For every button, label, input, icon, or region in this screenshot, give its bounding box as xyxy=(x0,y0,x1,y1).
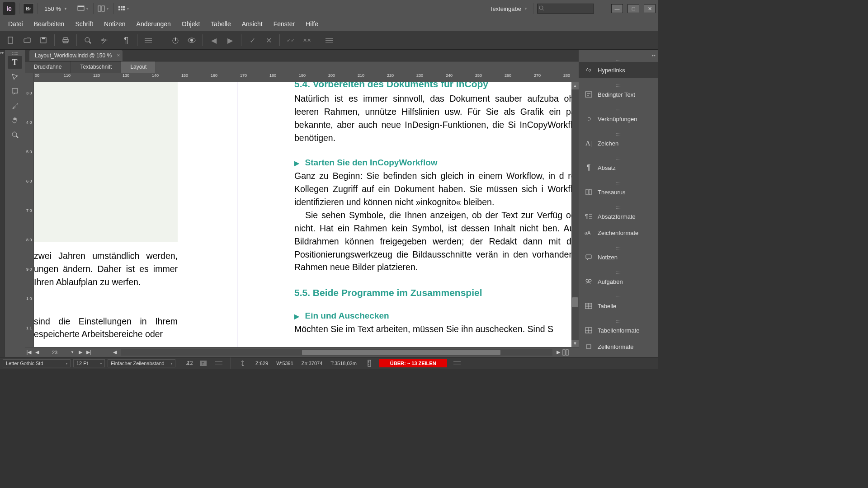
scroll-left-icon[interactable]: ◀ xyxy=(111,349,119,355)
panel-zeichen[interactable]: A|Zeichen xyxy=(579,135,658,151)
menu-ansicht[interactable]: Ansicht xyxy=(236,18,268,30)
screen-mode-icon[interactable] xyxy=(77,3,90,14)
first-page-icon[interactable]: |◀ xyxy=(25,349,33,355)
fraction-icon[interactable]: 1̸2 xyxy=(184,357,195,369)
depth-ruler-icon[interactable] xyxy=(362,357,377,369)
prev-page-icon[interactable]: ◀ xyxy=(33,349,41,355)
font-family-select[interactable]: Letter Gothic Std xyxy=(3,359,71,367)
close-tab-icon[interactable]: × xyxy=(117,52,120,58)
eyedropper-tool-icon[interactable] xyxy=(8,99,22,112)
smallcaps-icon[interactable]: T xyxy=(198,357,209,369)
panel-zeichenformate[interactable]: aAZeichenformate xyxy=(579,225,658,241)
note-tool-icon[interactable] xyxy=(8,85,22,98)
next-page-icon[interactable]: ▶ xyxy=(76,349,85,355)
panels-dock: ▸▸ Hyperlinks Bedingter Text Verknüpfung… xyxy=(579,50,658,357)
position-tool-icon[interactable] xyxy=(8,70,22,83)
panel-expand-left[interactable]: ▸▸ xyxy=(0,50,5,357)
page-canvas[interactable]: zwei Jahren umständlich werden, ungen än… xyxy=(34,82,571,347)
bridge-button[interactable]: Br xyxy=(23,3,34,14)
menu-tabelle[interactable]: Tabelle xyxy=(205,18,236,30)
visibility-icon[interactable] xyxy=(184,33,199,47)
page-navigation: |◀ ◀ 23 ▼ ▶ ▶| ◀ ▶ xyxy=(25,347,579,357)
status-menu-2[interactable] xyxy=(450,357,464,369)
panel-collapse-icon[interactable]: ▸▸ xyxy=(579,53,658,57)
last-page-icon[interactable]: ▶| xyxy=(85,349,93,355)
panel-bedingter-text[interactable]: Bedingter Text xyxy=(579,86,658,103)
search-input[interactable] xyxy=(537,4,594,14)
workspace-select[interactable]: Texteingabe xyxy=(485,4,529,14)
menu-notizen[interactable]: Notizen xyxy=(99,18,131,30)
scroll-down-icon[interactable]: ▼ xyxy=(571,340,579,347)
leading-select[interactable]: Einfacher Zeilenabstand xyxy=(108,359,175,367)
panel-notizen[interactable]: Notizen xyxy=(579,249,658,265)
status-z: Z:629 xyxy=(253,361,271,366)
panel-zellenformate[interactable]: Zellenformate xyxy=(579,338,658,355)
split-view-icon[interactable] xyxy=(562,349,571,356)
page-dropdown-icon[interactable]: ▼ xyxy=(68,350,76,354)
hand-tool-icon[interactable] xyxy=(8,114,22,127)
panel-aufgaben[interactable]: Aufgaben xyxy=(579,273,658,290)
tab-druckfahne[interactable]: Druckfahne xyxy=(25,61,71,73)
document-tab[interactable]: Layout_Workflow.indd @ 150 % × xyxy=(29,50,123,61)
svg-rect-30 xyxy=(585,92,592,97)
menu-datei[interactable]: Datei xyxy=(3,18,28,30)
document-tab-label: Layout_Workflow.indd @ 150 % xyxy=(35,52,112,59)
panel-tabelle[interactable]: Tabelle xyxy=(579,298,658,314)
panel-verknuepfungen[interactable]: Verknüpfungen xyxy=(579,111,658,127)
pilcrow-icon[interactable]: ¶ xyxy=(119,33,133,47)
statusbar: Letter Gothic Std 12 Pt Einfacher Zeilen… xyxy=(0,357,658,369)
arrange-documents-icon[interactable] xyxy=(97,3,110,14)
menu-aenderungen[interactable]: Änderungen xyxy=(131,18,176,30)
print-icon[interactable] xyxy=(58,33,73,47)
maximize-button[interactable]: □ xyxy=(627,4,639,13)
svg-text:T: T xyxy=(202,361,204,366)
toolbar-menu-1[interactable] xyxy=(141,33,156,47)
panel-absatzformate[interactable]: ¶Absatzformate xyxy=(579,208,658,225)
panel-absatz[interactable]: ¶Absatz xyxy=(579,160,658,176)
zoom-level-select[interactable]: 150 % xyxy=(42,4,69,14)
page-number-field[interactable]: 23 xyxy=(41,350,68,355)
menu-hilfe[interactable]: Hilfe xyxy=(300,18,324,30)
accept-icon[interactable]: ✓ xyxy=(245,33,259,47)
zoom-tool-icon[interactable] xyxy=(8,128,22,141)
prev-change-icon[interactable]: ◀ xyxy=(207,33,221,47)
svg-text:abc: abc xyxy=(101,38,108,42)
scrollbar-horizontal[interactable] xyxy=(121,349,552,356)
next-change-icon[interactable]: ▶ xyxy=(223,33,237,47)
accept-all-icon[interactable]: ✓✓ xyxy=(283,33,298,47)
font-size-select[interactable]: 12 Pt xyxy=(73,359,105,367)
scroll-right-icon[interactable]: ▶ xyxy=(554,349,562,355)
ruler-vertical: 3 0 4 0 5 0 6 0 7 0 8 0 9 0 1 0 1 1 xyxy=(25,82,34,347)
panel-tabellenformate[interactable]: Tabellenformate xyxy=(579,322,658,338)
reject-icon[interactable]: ✕ xyxy=(261,33,276,47)
open-icon[interactable] xyxy=(20,33,34,47)
menu-bearbeiten[interactable]: Bearbeiten xyxy=(28,18,70,30)
menu-fenster[interactable]: Fenster xyxy=(268,18,300,30)
close-button[interactable]: ✕ xyxy=(644,4,656,13)
toolbar-menu-2[interactable] xyxy=(322,33,336,47)
svg-text:aA: aA xyxy=(585,230,591,235)
tab-textabschnitt[interactable]: Textabschnitt xyxy=(71,61,121,73)
view-options-icon[interactable] xyxy=(118,3,130,14)
power-icon[interactable] xyxy=(168,33,183,47)
copyfit-icon[interactable] xyxy=(236,357,250,369)
find-icon[interactable] xyxy=(80,33,95,47)
status-menu-1[interactable] xyxy=(212,357,226,369)
menu-schrift[interactable]: Schrift xyxy=(70,18,99,30)
new-icon[interactable] xyxy=(4,33,18,47)
minimize-button[interactable]: — xyxy=(611,4,623,13)
type-tool-icon[interactable]: T xyxy=(8,56,22,69)
scrollbar-vertical[interactable]: ▲ ▼ xyxy=(571,82,579,347)
svg-rect-49 xyxy=(586,345,591,348)
svg-rect-1 xyxy=(78,6,84,7)
save-icon[interactable] xyxy=(36,33,51,47)
panel-thesaurus[interactable]: Thesaurus xyxy=(579,184,658,200)
panel-hyperlinks[interactable]: Hyperlinks xyxy=(579,62,658,78)
menu-objekt[interactable]: Objekt xyxy=(176,18,205,30)
scroll-up-icon[interactable]: ▲ xyxy=(571,82,579,89)
svg-point-10 xyxy=(539,6,543,9)
svg-rect-52 xyxy=(368,360,371,366)
spellcheck-icon[interactable]: abc xyxy=(97,33,111,47)
reject-all-icon[interactable]: ✕✕ xyxy=(300,33,314,47)
tab-layout[interactable]: Layout xyxy=(121,61,156,73)
